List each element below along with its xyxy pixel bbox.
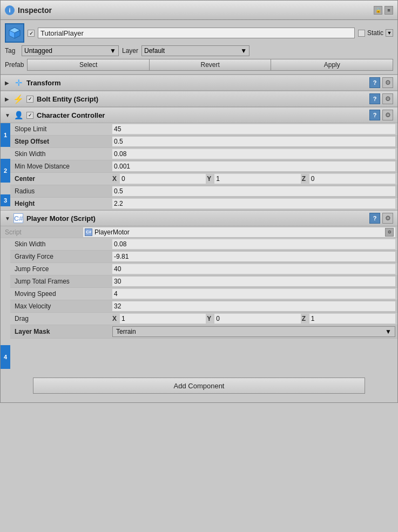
skin-width-input-cc[interactable] — [112, 149, 395, 159]
char-controller-help-btn[interactable]: ? — [369, 110, 380, 120]
title-bar: i Inspector 🔒 ≡ — [1, 1, 397, 20]
pm-skin-width-value — [110, 238, 397, 251]
static-dropdown-btn[interactable]: ▼ — [386, 29, 393, 37]
lock-icon[interactable]: 🔒 — [374, 6, 382, 15]
tag-dropdown[interactable]: Untagged ▼ — [22, 45, 119, 56]
max-velocity-label: Max Velocity — [10, 300, 110, 313]
skin-width-value-cc — [110, 148, 397, 160]
transform-icon: ✛ — [14, 78, 23, 87]
table-row: Moving Speed — [10, 288, 397, 300]
min-move-distance-input[interactable] — [112, 161, 395, 171]
min-move-distance-label: Min Move Distance — [10, 160, 110, 173]
table-row: Radius — [10, 185, 397, 198]
table-row: Center X Y Z — [10, 173, 397, 185]
table-row: Skin Width — [10, 238, 397, 251]
char-controller-checkbox[interactable]: ✓ — [26, 112, 33, 119]
slope-limit-input[interactable] — [112, 124, 395, 134]
drag-z-label: Z — [302, 315, 308, 322]
center-z-input[interactable] — [309, 174, 395, 184]
moving-speed-label: Moving Speed — [10, 288, 110, 300]
window-icon: i — [5, 5, 15, 15]
char-controller-arrow[interactable]: ▼ — [5, 112, 10, 118]
skin-width-label-cc: Skin Width — [10, 148, 110, 160]
drag-z-input[interactable] — [309, 314, 395, 324]
player-motor-title: Player Motor (Script) — [26, 214, 366, 223]
table-row: Min Move Distance — [10, 160, 397, 173]
window-title: Inspector — [18, 6, 52, 15]
transform-gear-btn[interactable]: ⚙ — [382, 77, 393, 88]
radius-label: Radius — [10, 185, 110, 198]
moving-speed-input[interactable] — [112, 289, 395, 299]
player-motor-section-btns: ? ⚙ — [369, 213, 393, 224]
drag-xyz-container: X Y Z — [112, 314, 395, 324]
layer-dropdown[interactable]: Default ▼ — [141, 45, 249, 56]
layer-mask-dropdown[interactable]: Terrain ▼ — [112, 326, 395, 337]
marker-spacer-2 — [1, 183, 10, 194]
left-markers-char: 1 2 3 — [1, 123, 10, 210]
layer-mask-arrow: ▼ — [385, 328, 392, 335]
table-row: Skin Width — [10, 148, 397, 160]
menu-icon[interactable]: ≡ — [384, 6, 393, 15]
script-input-container: C# PlayerMotor ⊙ — [83, 227, 395, 237]
moving-speed-value — [110, 288, 397, 300]
step-offset-label: Step Offset — [10, 136, 110, 148]
static-checkbox[interactable] — [358, 30, 365, 37]
char-controller-props-container: 1 2 3 Slope Limit — [1, 123, 397, 210]
center-y-input[interactable] — [214, 174, 300, 184]
tag-dropdown-arrow: ▼ — [110, 47, 116, 55]
player-motor-arrow[interactable]: ▼ — [5, 216, 10, 221]
bolt-entity-help-btn[interactable]: ? — [369, 93, 380, 104]
prefab-select-button[interactable]: Select — [27, 59, 149, 71]
static-label: Static — [367, 29, 383, 37]
min-move-distance-value — [110, 160, 397, 173]
object-name-input[interactable] — [38, 28, 355, 38]
script-row: Script C# PlayerMotor ⊙ — [1, 226, 397, 238]
drag-x-label: X — [112, 315, 119, 322]
center-y-label: Y — [207, 175, 213, 183]
table-row: Gravity Force — [10, 251, 397, 263]
marker-2: 2 — [1, 159, 10, 183]
prefab-label: Prefab — [5, 61, 24, 69]
drag-xyz: X Y Z — [110, 313, 397, 325]
prefab-revert-button[interactable]: Revert — [149, 59, 271, 71]
object-name-row: ✓ Static ▼ — [5, 23, 393, 43]
player-motor-gear-btn[interactable]: ⚙ — [382, 213, 393, 224]
player-motor-icon: C# — [14, 213, 23, 223]
drag-y-input[interactable] — [214, 314, 300, 324]
jump-force-input[interactable] — [112, 264, 395, 274]
drag-x-input[interactable] — [120, 314, 206, 324]
script-name: PlayerMotor — [95, 228, 383, 236]
transform-help-btn[interactable]: ? — [369, 77, 380, 88]
player-motor-section-header: ▼ C# Player Motor (Script) ? ⚙ — [1, 210, 397, 226]
layer-mask-value-text: Terrain — [116, 328, 136, 335]
center-xyz-container: X Y Z — [112, 174, 395, 184]
layer-mask-label: Layer Mask — [10, 325, 110, 339]
char-controller-table: Slope Limit Step Offset Skin — [10, 123, 397, 210]
jump-total-frames-input[interactable] — [112, 277, 395, 286]
jump-force-label: Jump Force — [10, 263, 110, 275]
layer-mask-value: Terrain ▼ — [110, 325, 397, 339]
bolt-entity-checkbox[interactable]: ✓ — [26, 96, 33, 103]
transform-arrow[interactable]: ▶ — [5, 80, 10, 86]
height-input[interactable] — [112, 199, 395, 208]
player-motor-help-btn[interactable]: ? — [369, 213, 380, 224]
max-velocity-input[interactable] — [112, 301, 395, 311]
radius-input[interactable] — [112, 186, 395, 196]
center-x-input[interactable] — [120, 174, 206, 184]
bolt-entity-gear-btn[interactable]: ⚙ — [382, 93, 393, 104]
cube-svg — [8, 26, 21, 39]
step-offset-input[interactable] — [112, 137, 395, 146]
pm-skin-width-input[interactable] — [112, 239, 395, 249]
gravity-force-input[interactable] — [112, 252, 395, 261]
add-component-button[interactable]: Add Component — [33, 378, 365, 394]
prefab-apply-button[interactable]: Apply — [271, 59, 393, 71]
bolt-entity-arrow[interactable]: ▶ — [5, 96, 10, 102]
char-controller-props: Slope Limit Step Offset Skin — [10, 123, 397, 210]
object-enabled-checkbox[interactable]: ✓ — [28, 30, 35, 37]
gravity-force-label: Gravity Force — [10, 251, 110, 263]
title-bar-controls: 🔒 ≡ — [374, 6, 393, 15]
char-controller-gear-btn[interactable]: ⚙ — [382, 110, 393, 120]
player-motor-table: Skin Width Gravity Force Jum — [10, 238, 397, 339]
script-target-btn[interactable]: ⊙ — [385, 228, 394, 237]
transform-title: Transform — [26, 79, 366, 87]
